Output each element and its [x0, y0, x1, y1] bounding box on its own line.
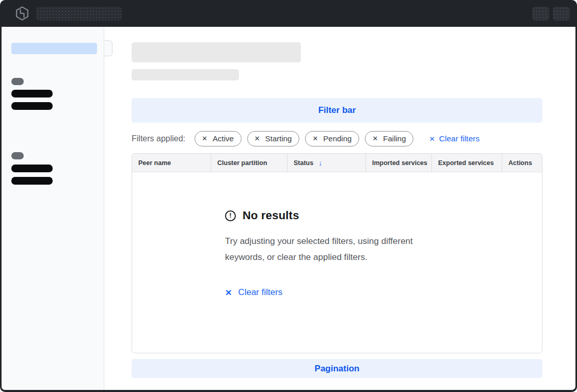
clear-x-icon: ✕ — [225, 288, 232, 298]
dismiss-icon: ✕ — [372, 135, 378, 142]
main-content: Filter bar Filters applied: ✕ Active ✕ S… — [104, 27, 575, 390]
alert-circle-icon: ! — [225, 210, 236, 221]
dismiss-icon: ✕ — [202, 135, 207, 142]
sidebar-section-label-skeleton — [11, 78, 24, 85]
sidebar-item-skeleton[interactable] — [11, 165, 53, 172]
nav-action-skeleton-2[interactable] — [553, 7, 570, 21]
nav-action-skeleton-1[interactable] — [532, 7, 549, 21]
filter-pill-pending[interactable]: ✕ Pending — [305, 131, 359, 146]
filters-applied-label: Filters applied: — [132, 134, 185, 143]
top-navbar — [0, 0, 577, 27]
sidebar-item-skeleton[interactable] — [11, 90, 53, 97]
clear-filters-label: Clear filters — [439, 134, 479, 143]
filter-pill-label: Active — [213, 134, 234, 143]
page-subtitle-skeleton — [132, 69, 239, 80]
empty-state: ! No results Try adjusting your selected… — [132, 172, 542, 298]
dismiss-icon: ✕ — [254, 135, 260, 142]
filter-pill-label: Failing — [383, 134, 406, 143]
column-header-status[interactable]: Status ↓ — [287, 154, 365, 172]
sidebar-item-skeleton[interactable] — [11, 177, 53, 185]
filter-bar-placeholder: Filter bar — [132, 98, 542, 123]
filter-pill-failing[interactable]: ✕ Failing — [365, 131, 413, 146]
app-body: Filter bar Filters applied: ✕ Active ✕ S… — [2, 27, 575, 390]
filter-pill-label: Starting — [265, 134, 292, 143]
column-header-exported-services[interactable]: Exported services — [431, 154, 502, 172]
column-header-cluster-partition[interactable]: Cluster partition — [211, 154, 287, 172]
sidebar-section-label-skeleton — [11, 152, 24, 159]
clear-filters-link[interactable]: ✕ Clear filters — [429, 134, 479, 143]
peers-table: Peer name Cluster partition Status ↓ Imp… — [132, 153, 542, 353]
column-header-status-label: Status — [294, 159, 313, 167]
sidebar-collapse-handle[interactable] — [104, 40, 113, 56]
nav-actions — [532, 7, 570, 21]
clear-x-icon: ✕ — [429, 135, 435, 143]
hashicorp-logo-icon — [14, 6, 30, 21]
filter-pill-starting[interactable]: ✕ Starting — [247, 131, 300, 146]
column-header-imported-services[interactable]: Imported services — [365, 154, 431, 172]
page-title-skeleton — [132, 42, 301, 62]
filter-bar-label: Filter bar — [318, 105, 356, 116]
pagination-label: Pagination — [315, 364, 360, 374]
empty-state-clear-filters-label: Clear filters — [238, 287, 282, 298]
nav-search-skeleton[interactable] — [36, 7, 122, 21]
dismiss-icon: ✕ — [312, 135, 318, 142]
column-header-actions: Actions — [502, 154, 542, 172]
pagination-placeholder: Pagination — [132, 359, 542, 378]
filter-pill-label: Pending — [323, 134, 351, 143]
filter-pill-active[interactable]: ✕ Active — [195, 131, 242, 146]
column-header-peer-name[interactable]: Peer name — [132, 154, 211, 172]
empty-state-clear-filters-link[interactable]: ✕ Clear filters — [225, 287, 282, 298]
sidebar-item-skeleton[interactable] — [11, 102, 53, 110]
sidebar-selected-item-skeleton[interactable] — [11, 43, 97, 54]
table-body: ! No results Try adjusting your selected… — [132, 172, 542, 353]
sidebar — [2, 27, 104, 390]
table-header-row: Peer name Cluster partition Status ↓ Imp… — [132, 154, 542, 172]
sort-descending-icon: ↓ — [318, 159, 322, 167]
app-window: Filter bar Filters applied: ✕ Active ✕ S… — [0, 0, 577, 392]
applied-filters-row: Filters applied: ✕ Active ✕ Starting ✕ P… — [132, 131, 542, 146]
empty-state-title: No results — [243, 209, 299, 222]
empty-state-description: Try adjusting your selected filters, usi… — [225, 233, 437, 265]
